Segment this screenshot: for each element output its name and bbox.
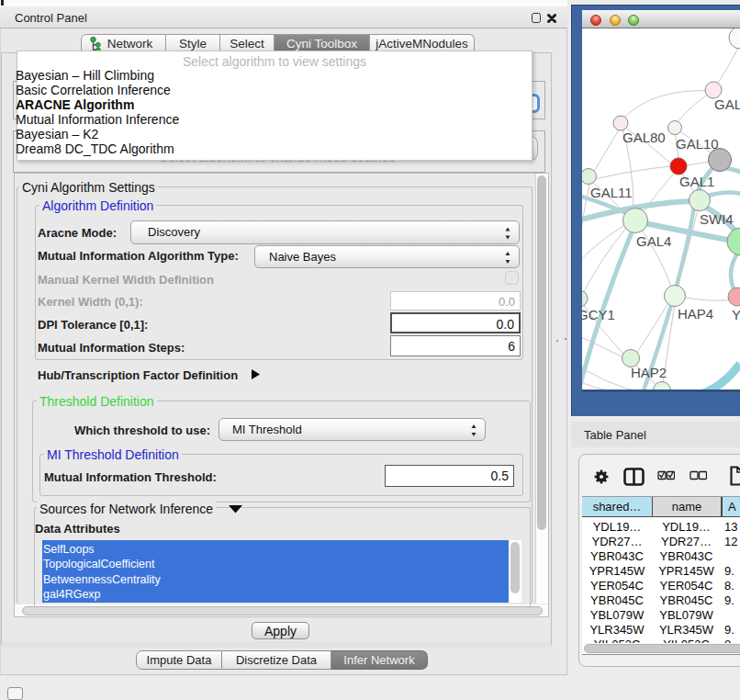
- svg-text:GCY1: GCY1: [582, 307, 615, 322]
- svg-text:GAL10: GAL10: [676, 136, 719, 152]
- svg-text:GAL1: GAL1: [679, 174, 714, 189]
- svg-text:GAL7: GAL7: [714, 96, 740, 112]
- svg-text:HAP2: HAP2: [631, 365, 667, 380]
- svg-text:GAL4: GAL4: [636, 233, 671, 249]
- svg-text:HAP4: HAP4: [678, 306, 713, 322]
- svg-text:GAL80: GAL80: [622, 130, 666, 145]
- svg-text:GAL11: GAL11: [590, 185, 633, 200]
- svg-text:SWI4: SWI4: [700, 211, 734, 227]
- svg-text:Y: Y: [732, 307, 740, 322]
